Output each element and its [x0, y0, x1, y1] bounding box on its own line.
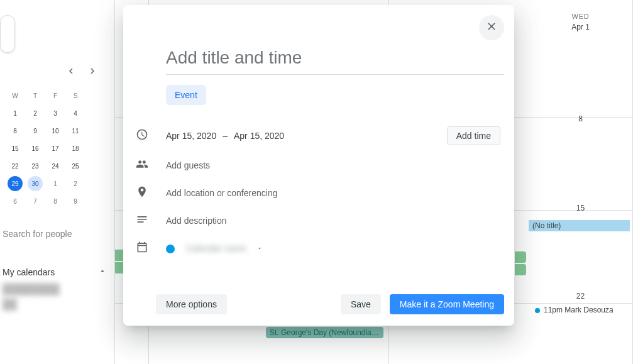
search-people-placeholder: Search for people — [3, 229, 72, 239]
title-input[interactable] — [166, 48, 504, 75]
mini-cal-day[interactable]: 23 — [28, 158, 43, 174]
create-button[interactable] — [0, 15, 15, 53]
mini-cal-day[interactable]: 2 — [28, 106, 43, 121]
search-people-input[interactable]: Search for people — [0, 223, 114, 245]
calendar-list-item[interactable]: ████████ — [0, 281, 114, 296]
cell-date: 22 — [529, 287, 632, 301]
close-button[interactable] — [479, 15, 504, 40]
mini-cal-day[interactable]: 6 — [8, 194, 23, 209]
quick-add-dialog: Event Apr 15, 2020 – Apr 15, 2020 Add ti… — [123, 5, 514, 326]
location-icon — [136, 185, 148, 201]
day-of-week: WED — [529, 13, 632, 20]
mini-cal-day[interactable]: 25 — [68, 158, 83, 174]
date-range-dash: – — [223, 131, 228, 141]
dropdown-caret-icon — [256, 243, 263, 253]
mini-cal-day[interactable]: 29 — [8, 176, 23, 191]
mini-cal-day[interactable]: 3 — [48, 106, 63, 121]
more-options-button[interactable]: More options — [156, 294, 227, 314]
mini-cal-day[interactable]: 4 — [68, 106, 83, 121]
mini-cal-day[interactable]: 18 — [68, 141, 83, 156]
mini-cal-day[interactable]: 1 — [8, 106, 23, 121]
mini-dow: W — [8, 88, 23, 103]
tab-event[interactable]: Event — [166, 85, 206, 105]
next-month-icon[interactable] — [87, 65, 98, 79]
calendar-list-item[interactable]: ██ — [0, 296, 114, 311]
calendar-color-swatch — [166, 245, 175, 253]
mini-cal-day[interactable]: 17 — [48, 141, 63, 156]
day-column-wed[interactable]: WED Apr 1 8 15 (No title) 22 11pm Mark D… — [529, 0, 633, 364]
prev-month-icon[interactable] — [65, 65, 77, 79]
close-icon — [485, 20, 498, 35]
event-no-title[interactable]: (No title) — [529, 220, 630, 231]
day-header: WED Apr 1 — [529, 0, 632, 31]
mini-calendar: W T F S 12348910111516171822232425293012… — [0, 87, 101, 210]
sidebar: W T F S 12348910111516171822232425293012… — [0, 0, 114, 364]
event-chip-peek[interactable] — [515, 250, 529, 277]
event-late[interactable]: 11pm Mark Desouza — [531, 304, 630, 316]
mini-cal-day[interactable]: 15 — [8, 141, 23, 156]
mini-cal-day[interactable]: 11 — [68, 123, 83, 138]
save-button[interactable]: Save — [341, 294, 381, 314]
mini-dow: T — [28, 88, 43, 103]
day-of-month: Apr 1 — [529, 23, 632, 31]
cell-date: 15 — [529, 199, 632, 212]
my-calendars-header[interactable]: My calendars — [0, 263, 114, 281]
mini-cal-nav — [0, 65, 114, 79]
mini-cal-day[interactable]: 10 — [48, 123, 63, 138]
mini-cal-day[interactable]: 1 — [48, 176, 63, 191]
calendar-selector[interactable]: Calendar name — [166, 243, 504, 253]
mini-cal-day[interactable]: 7 — [28, 194, 43, 209]
my-calendars-label: My calendars — [3, 267, 55, 277]
mini-cal-day[interactable]: 8 — [48, 194, 63, 209]
mini-cal-day[interactable]: 22 — [8, 158, 23, 174]
add-description-field[interactable]: Add description — [166, 216, 504, 226]
description-icon — [136, 213, 148, 228]
mini-dow: S — [68, 88, 83, 103]
mini-cal-day[interactable]: 24 — [48, 158, 63, 174]
calendar-name-label: Calendar name — [186, 243, 246, 253]
mini-cal-day[interactable]: 2 — [68, 176, 83, 191]
mini-dow: F — [48, 88, 63, 103]
mini-cal-day[interactable]: 8 — [8, 123, 23, 138]
make-zoom-meeting-button[interactable]: Make it a Zoom Meeting — [390, 294, 504, 314]
mini-cal-day[interactable]: 9 — [68, 194, 83, 209]
add-guests-field[interactable]: Add guests — [166, 160, 504, 170]
event-late-label: 11pm Mark Desouza — [544, 306, 614, 314]
mini-cal-day[interactable]: 30 — [28, 176, 43, 191]
cell-date: 8 — [529, 109, 632, 123]
event-georges-day[interactable]: St. George's Day (Newfoundland) — [266, 327, 383, 338]
clock-icon — [136, 128, 148, 143]
start-date[interactable]: Apr 15, 2020 — [166, 131, 216, 141]
chevron-up-icon — [98, 267, 107, 277]
end-date[interactable]: Apr 15, 2020 — [234, 131, 284, 141]
calendar-icon — [136, 241, 148, 256]
event-dot-icon — [535, 308, 540, 313]
add-time-button[interactable]: Add time — [447, 126, 500, 145]
people-icon — [136, 158, 148, 173]
mini-cal-day[interactable]: 9 — [28, 123, 43, 138]
mini-cal-day[interactable]: 16 — [28, 141, 43, 156]
add-location-field[interactable]: Add location or conferencing — [166, 188, 504, 198]
